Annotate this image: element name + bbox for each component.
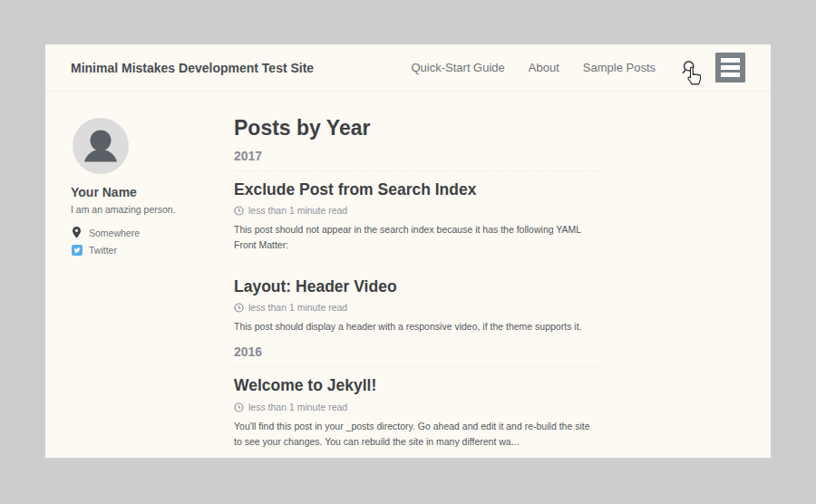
nav-item-sample-posts[interactable]: Sample Posts	[583, 61, 656, 74]
read-time: less than 1 minute read	[248, 204, 347, 218]
twitter-icon	[72, 245, 83, 256]
read-time: less than 1 minute read	[248, 401, 347, 414]
site-title-link[interactable]: Minimal Mistakes Development Test Site	[71, 61, 314, 75]
page-title: Posts by Year	[234, 115, 600, 142]
author-location-item: Somewhere	[71, 227, 225, 238]
author-location-label: Somewhere	[89, 228, 140, 238]
post-title-link[interactable]: Exclude Post from Search Index	[234, 180, 476, 199]
post-excerpt: This post should not appear in the searc…	[234, 222, 600, 253]
post-meta: less than 1 minute read	[234, 401, 600, 414]
person-silhouette-icon	[73, 118, 129, 174]
primary-nav: Quick-Start Guide About Sample Posts	[411, 53, 745, 82]
author-avatar	[73, 118, 129, 174]
read-time: less than 1 minute read	[248, 301, 347, 315]
year-group-2017: 2017 Exclude Post from Search Index less…	[234, 148, 600, 334]
author-twitter-link[interactable]: Twitter	[89, 245, 117, 256]
hamburger-bar	[721, 58, 740, 63]
location-pin-icon	[71, 227, 83, 238]
site-page: Minimal Mistakes Development Test Site Q…	[45, 44, 771, 458]
clock-icon	[234, 206, 244, 216]
hamburger-bar	[721, 65, 740, 70]
post-title-link[interactable]: Layout: Header Video	[234, 277, 397, 296]
nav-item-quick-start-guide[interactable]: Quick-Start Guide	[411, 61, 504, 74]
author-links: Somewhere Twitter	[71, 227, 225, 256]
nav-item-about[interactable]: About	[529, 61, 559, 74]
year-heading-2015: 2015	[234, 457, 600, 458]
author-bio: I am an amazing person.	[71, 204, 225, 215]
clock-icon	[234, 402, 244, 412]
author-sidebar: Your Name I am an amazing person. Somewh…	[71, 118, 225, 262]
post-item: Exclude Post from Search Index less than…	[234, 179, 600, 253]
hamburger-menu-button[interactable]	[715, 53, 745, 82]
search-icon[interactable]	[681, 60, 696, 75]
author-name: Your Name	[71, 185, 225, 199]
year-heading-2016: 2016	[234, 344, 600, 367]
year-group-2015: 2015	[234, 457, 600, 458]
clock-icon	[234, 303, 244, 313]
post-excerpt: You'll find this post in your _posts dir…	[234, 419, 600, 450]
year-group-2016: 2016 Welcome to Jekyll! less than 1 minu…	[234, 344, 600, 449]
post-excerpt: This post should display a header with a…	[234, 319, 600, 334]
post-item: Layout: Header Video less than 1 minute …	[234, 276, 600, 334]
year-heading-2017: 2017	[234, 148, 600, 171]
search-toggle[interactable]	[681, 60, 697, 76]
hamburger-bar	[721, 73, 740, 77]
author-twitter-item: Twitter	[71, 245, 225, 256]
post-title-link[interactable]: Welcome to Jekyll!	[234, 376, 376, 394]
post-meta: less than 1 minute read	[234, 301, 600, 315]
post-meta: less than 1 minute read	[234, 204, 600, 218]
post-item: Welcome to Jekyll! less than 1 minute re…	[234, 375, 600, 449]
archive-main: Posts by Year 2017 Exclude Post from Sea…	[234, 115, 600, 458]
masthead: Minimal Mistakes Development Test Site Q…	[45, 44, 771, 92]
